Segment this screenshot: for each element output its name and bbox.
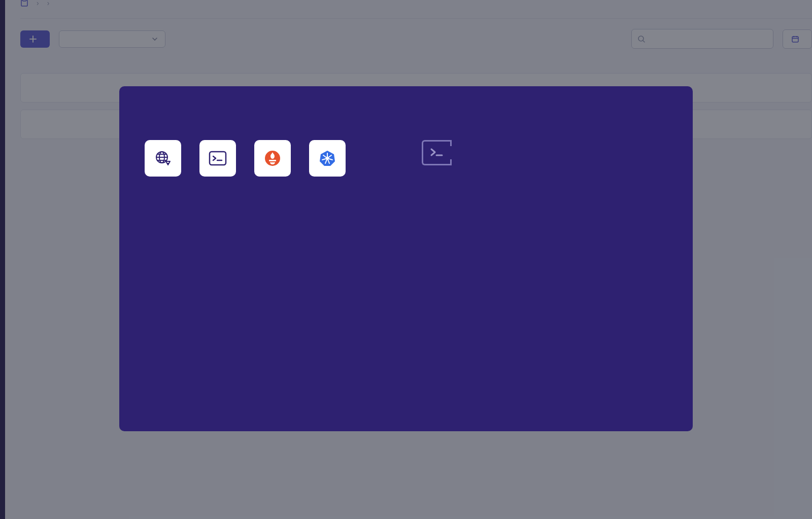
probe-option-prometheus[interactable] <box>254 140 291 184</box>
probe-option-http[interactable] <box>145 140 181 184</box>
terminal-outline-icon <box>422 140 450 165</box>
probe-type-options <box>145 140 346 184</box>
svg-rect-7 <box>210 152 226 165</box>
probe-option-command[interactable] <box>199 140 236 184</box>
prometheus-icon <box>254 140 291 177</box>
select-probe-type-modal <box>119 86 693 431</box>
terminal-icon <box>199 140 236 177</box>
probe-option-kubernetes[interactable] <box>309 140 346 184</box>
kubernetes-icon <box>309 140 346 177</box>
http-icon <box>145 140 181 177</box>
modal-overlay[interactable] <box>0 0 812 519</box>
svg-rect-10 <box>269 160 276 161</box>
probe-detail-pane <box>422 140 625 184</box>
